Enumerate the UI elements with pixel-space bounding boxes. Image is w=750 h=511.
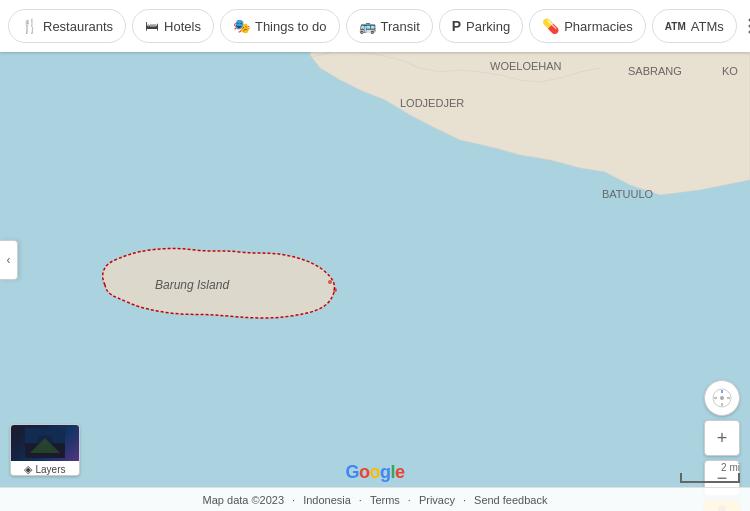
layers-label: ◈ Layers xyxy=(11,461,79,476)
chip-atms-label: ATMs xyxy=(691,19,724,34)
privacy-link[interactable]: Privacy xyxy=(419,494,455,506)
separator-2: · xyxy=(359,494,362,506)
map-container[interactable]: WOELOEHAN LODJEDJER SABRANG KO BATUULO B… xyxy=(0,0,750,511)
apps-button[interactable] xyxy=(743,9,750,43)
separator-4: · xyxy=(463,494,466,506)
chip-pharmacies[interactable]: 💊 Pharmacies xyxy=(529,9,646,43)
chip-parking[interactable]: P Parking xyxy=(439,9,523,43)
chip-restaurants-label: Restaurants xyxy=(43,19,113,34)
send-feedback-link[interactable]: Send feedback xyxy=(474,494,547,506)
terms-link[interactable]: Terms xyxy=(370,494,400,506)
chip-hotels-label: Hotels xyxy=(164,19,201,34)
compass-button[interactable] xyxy=(704,380,740,416)
separator-1: · xyxy=(292,494,295,506)
svg-point-1 xyxy=(333,288,337,292)
layers-thumbnail xyxy=(11,425,79,461)
svg-point-14 xyxy=(720,396,724,400)
zoom-in-icon: + xyxy=(717,428,728,449)
scale-bar xyxy=(680,473,740,483)
chip-parking-label: Parking xyxy=(466,19,510,34)
atms-icon: ATM xyxy=(665,21,686,32)
restaurants-icon: 🍴 xyxy=(21,18,38,34)
zoom-in-button[interactable]: + xyxy=(704,420,740,456)
chip-pharmacies-label: Pharmacies xyxy=(564,19,633,34)
things-to-do-icon: 🎭 xyxy=(233,18,250,34)
sidebar-collapse-button[interactable]: ‹ xyxy=(0,240,18,280)
hotels-icon: 🛏 xyxy=(145,18,159,34)
chip-atms[interactable]: ATM ATMs xyxy=(652,9,737,43)
chip-things-to-do-label: Things to do xyxy=(255,19,327,34)
bottom-bar: Map data ©2023 · Indonesia · Terms · Pri… xyxy=(0,487,750,511)
scale-label: 2 mi xyxy=(721,462,740,473)
collapse-icon: ‹ xyxy=(7,253,11,267)
chip-restaurants[interactable]: 🍴 Restaurants xyxy=(8,9,126,43)
parking-icon: P xyxy=(452,18,461,34)
barung-island xyxy=(75,230,385,340)
chip-transit-label: Transit xyxy=(381,19,420,34)
compass-icon xyxy=(712,388,732,408)
separator-3: · xyxy=(408,494,411,506)
google-logo: Google xyxy=(345,462,404,483)
layers-stack-icon: ◈ xyxy=(24,463,32,476)
nav-bar: 🍴 Restaurants 🛏 Hotels 🎭 Things to do 🚌 … xyxy=(0,0,750,52)
chip-transit[interactable]: 🚌 Transit xyxy=(346,9,433,43)
chip-hotels[interactable]: 🛏 Hotels xyxy=(132,9,214,43)
pharmacies-icon: 💊 xyxy=(542,18,559,34)
layers-button[interactable]: ◈ Layers xyxy=(10,424,80,476)
map-data-label: Map data ©2023 xyxy=(203,494,285,506)
svg-point-0 xyxy=(328,280,332,284)
indonesia-label: Indonesia xyxy=(303,494,351,506)
transit-icon: 🚌 xyxy=(359,18,376,34)
chip-things-to-do[interactable]: 🎭 Things to do xyxy=(220,9,340,43)
